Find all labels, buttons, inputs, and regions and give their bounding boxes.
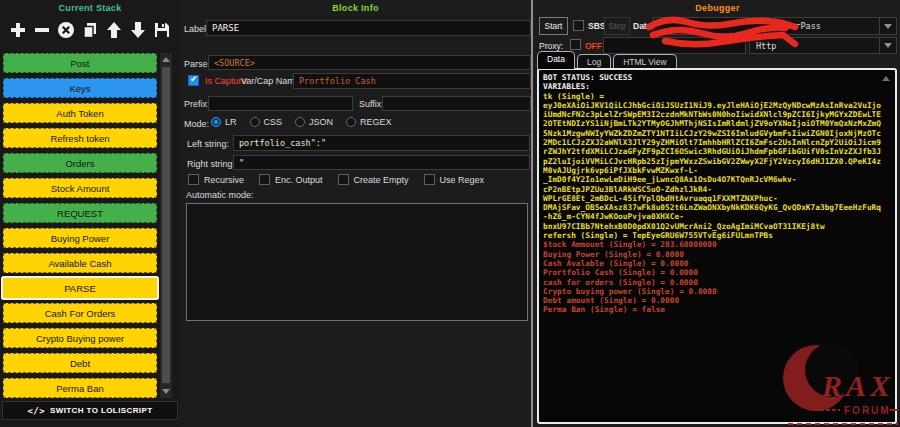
output-line: cash for orders (Single) = 0.0000 <box>543 278 887 287</box>
start-button[interactable]: Start <box>539 17 568 35</box>
debugger-title: Debugger <box>535 3 900 13</box>
use-regex-checkbox[interactable] <box>424 174 435 185</box>
wordlist-type-dropdown[interactable]: UserPass <box>773 17 897 35</box>
stack-block-request[interactable]: REQUEST <box>3 203 157 223</box>
option-enc-output: Enc. Output <box>259 174 323 185</box>
right-string-input[interactable]: " <box>233 155 530 170</box>
proxy-type-dropdown[interactable]: Http <box>749 37 897 54</box>
option-use-regex: Use Regex <box>424 174 485 185</box>
sbs-label: SBS <box>588 21 605 31</box>
stack-block-stock-amount[interactable]: Stock Amount <box>3 178 157 198</box>
minus-icon[interactable] <box>32 21 51 40</box>
switch-to-loliscript-button[interactable]: </> SWITCH TO LOLISCRIPT <box>2 401 178 420</box>
scroll-up-icon[interactable] <box>882 76 890 81</box>
stack-block-orders[interactable]: Orders <box>3 153 157 173</box>
move-down-icon[interactable] <box>129 21 148 40</box>
output-line: eyJ0eXAiOiJKV1QiLCJhbGciOiJSUzI1NiJ9.eyJ… <box>543 101 887 110</box>
automatic-mode-textarea[interactable] <box>186 203 528 321</box>
mode-option-label-css: CSS <box>264 117 283 127</box>
option-create-empty: Create Empty <box>338 174 409 185</box>
mode-radio-lr[interactable] <box>211 117 221 127</box>
suffix-input[interactable] <box>382 96 531 111</box>
stack-block-keys[interactable]: Keys <box>3 78 157 98</box>
output-line: Crypto buying power (Single) = 0.0000 <box>543 287 887 296</box>
output-line: BOT STATUS: SUCCESS <box>543 73 887 82</box>
sbs-checkbox[interactable] <box>573 20 584 31</box>
tab-html-view[interactable]: HTML View <box>613 54 676 69</box>
stack-block-crypto-buying-power[interactable]: Crypto Buying power <box>3 328 157 348</box>
parse-field-label: Parse: <box>184 59 210 69</box>
parse-input[interactable]: <SOURCE> <box>208 55 531 70</box>
stack-block-debt[interactable]: Debt <box>3 353 157 373</box>
mode-option-lr: LR <box>211 117 237 127</box>
proxy-checkbox[interactable] <box>570 39 581 50</box>
recursive-label: Recursive <box>204 175 244 185</box>
mode-option-regex: REGEX <box>346 117 392 127</box>
current-stack-title: Current Stack <box>0 3 180 13</box>
clone-icon[interactable] <box>80 21 99 40</box>
scroll-thumb[interactable] <box>162 67 170 383</box>
recursive-checkbox[interactable] <box>188 174 199 185</box>
current-stack-panel: Current Stack PostKeysAuth TokenRefresh … <box>0 0 180 427</box>
proxy-off-badge: OFF <box>585 41 602 51</box>
create-empty-label: Create Empty <box>354 175 409 185</box>
label-field-label: Label: <box>184 24 209 34</box>
automatic-mode-label: Automatic mode: <box>186 190 254 200</box>
scroll-down-icon[interactable] <box>162 389 170 394</box>
step-button[interactable]: Step <box>604 17 630 35</box>
output-line: -hZ6_m-CYN4fJwKOouPvjva0XHXCe- <box>543 212 887 221</box>
stack-block-refresh-token[interactable]: Refresh token <box>3 128 157 148</box>
plus-icon[interactable] <box>8 21 27 40</box>
move-up-icon[interactable] <box>105 21 124 40</box>
stack-block-auth-token[interactable]: Auth Token <box>3 103 157 123</box>
mode-option-label-lr: LR <box>225 117 237 127</box>
prefix-input[interactable] <box>208 96 353 111</box>
mode-radio-css[interactable] <box>250 117 260 127</box>
mode-option-label-json: JSON <box>309 117 333 127</box>
stack-block-parse[interactable]: PARSE <box>3 278 157 298</box>
stack-toolbar <box>4 17 176 43</box>
output-line: 2OTEtNDIzYS1iNjBmLTk2YTMyOGJhMThjNSIsImR… <box>543 119 887 128</box>
create-empty-checkbox[interactable] <box>338 174 349 185</box>
left-string-input[interactable]: portfolio_cash":" <box>233 135 530 151</box>
output-line: 2MDc1LCJzZXJ2aWNlX3JlY29yZHMiOlt7ImhhbHR… <box>543 138 887 147</box>
stack-block-buying-power[interactable]: Buying Power <box>3 228 157 248</box>
enc-output-checkbox[interactable] <box>259 174 270 185</box>
chevron-down-icon <box>880 43 896 48</box>
data-input[interactable] <box>653 17 770 35</box>
block-info-title: Block Info <box>180 3 531 13</box>
varcap-input[interactable]: Prortfolio Cash <box>293 73 531 89</box>
mode-option-css: CSS <box>250 117 283 127</box>
scroll-up-icon[interactable] <box>162 57 170 62</box>
enc-output-label: Enc. Output <box>275 175 323 185</box>
is-capture-checkbox[interactable] <box>188 75 199 86</box>
stack-scrollbar[interactable] <box>160 53 172 398</box>
delete-icon[interactable] <box>56 21 75 40</box>
proxy-input[interactable] <box>603 37 746 54</box>
stack-block-cash-for-orders[interactable]: Cash For Orders <box>3 303 157 323</box>
output-line: iUmdNcFN2c3pLelZrSWpEM3I2czdnMkNTbWs0N0h… <box>543 110 887 119</box>
output-line: rZWJhY2tfdXMiLCJzaGFyZF9pZCI6OSwic3RhdGU… <box>543 147 887 156</box>
output-line: bnxU97CIBb7NtehxB0D0pdX01Q2vUMcrAni2_Qzo… <box>543 222 887 231</box>
save-icon[interactable] <box>153 21 172 40</box>
stack-block-post[interactable]: Post <box>3 53 157 73</box>
tab-data[interactable]: Data <box>537 51 575 69</box>
output-line: M0vAJUgjrk6vp6iPfJXbkFvwMZKwxf-L- <box>543 166 887 175</box>
mode-radio-json[interactable] <box>295 117 305 127</box>
right-string-label: Right string: <box>187 159 235 169</box>
debugger-output: BOT STATUS: SUCCESSVARIABLES:tk (Single)… <box>543 73 887 315</box>
mode-option-json: JSON <box>295 117 333 127</box>
label-input[interactable]: PARSE <box>206 20 531 36</box>
output-line: $tock Ammount (Single) = 203.60000000 <box>543 240 887 249</box>
stack-block-available-cash[interactable]: Available Cash <box>3 253 157 273</box>
stack-list: PostKeysAuth TokenRefresh tokenOrdersSto… <box>3 53 157 398</box>
left-string-label: Left string: <box>187 139 229 149</box>
stack-block-perma-ban[interactable]: Perma Ban <box>3 378 157 398</box>
mode-radio-group: LRCSSJSONREGEX <box>211 117 392 127</box>
tab-log[interactable]: Log <box>577 54 611 69</box>
output-line: _ImD0f4Y2Io1ewLeDiH9ee_jLwncQ8Ax1OsDu4O7… <box>543 175 887 184</box>
mode-radio-regex[interactable] <box>346 117 356 127</box>
debugger-output-box: BOT STATUS: SUCCESSVARIABLES:tk (Single)… <box>537 68 897 424</box>
suffix-label: Suffix: <box>359 99 384 109</box>
option-recursive: Recursive <box>188 174 244 185</box>
